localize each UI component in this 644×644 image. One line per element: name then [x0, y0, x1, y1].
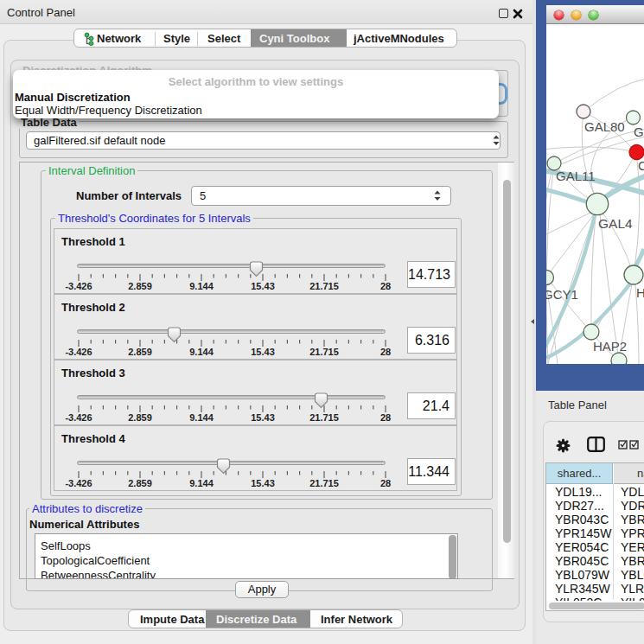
svg-text:HAP2: HAP2 — [593, 339, 627, 354]
svg-text:GAL80: GAL80 — [584, 119, 625, 134]
svg-text:H: H — [636, 285, 644, 300]
svg-text:C: C — [638, 158, 644, 173]
svg-text:GA: GA — [634, 124, 644, 139]
svg-text:GCY1: GCY1 — [546, 287, 578, 302]
svg-text:GAL11: GAL11 — [556, 169, 596, 183]
svg-text:GAL4: GAL4 — [598, 216, 633, 231]
